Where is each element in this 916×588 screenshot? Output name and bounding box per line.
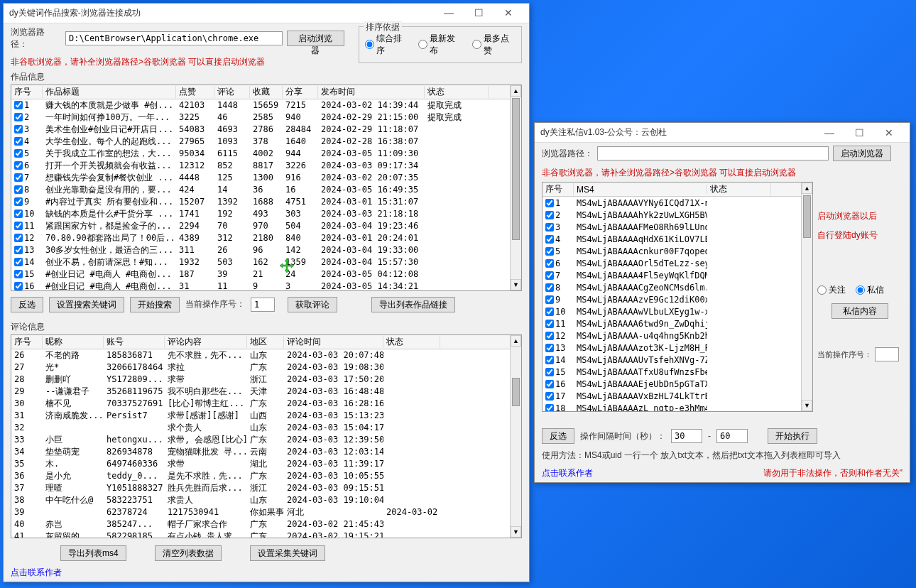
get-comments-button[interactable]: 获取评论: [288, 297, 337, 312]
row-checkbox[interactable]: [545, 247, 554, 256]
works-scrollbar[interactable]: ▲ ▼: [510, 85, 521, 290]
column-header[interactable]: 序号: [11, 86, 43, 98]
maximize-button[interactable]: ☐: [844, 124, 874, 141]
table-row[interactable]: 1赚大钱的本质就是少做事 #创...4210314481565972152024…: [11, 99, 510, 111]
column-header[interactable]: 账号: [104, 336, 165, 348]
sort-radio-1[interactable]: 最新发布: [418, 33, 462, 57]
sort-radio-0[interactable]: 综合排序: [365, 33, 408, 57]
close-button[interactable]: ✕: [494, 4, 523, 21]
column-header[interactable]: 点赞: [176, 86, 214, 98]
column-header[interactable]: MS4: [574, 185, 707, 195]
column-header[interactable]: 评论内容: [165, 336, 247, 348]
column-header[interactable]: 状态: [425, 86, 489, 98]
start-exec-button[interactable]: 开始执行: [768, 428, 817, 444]
table-row[interactable]: 4大学生创业。每个人的起跑线...27965109337816402024-02…: [11, 136, 510, 148]
table-row[interactable]: 14MS4wLjABAAAAUvTsfehXNVg-7Z...: [542, 354, 801, 366]
works-table-header[interactable]: 序号作品标题点赞评论收藏分享发布时间状态: [11, 85, 510, 99]
column-header[interactable]: 分享: [283, 86, 318, 98]
maximize-button[interactable]: ☐: [464, 4, 494, 21]
row-checkbox[interactable]: [14, 258, 23, 266]
column-header[interactable]: 地区: [247, 336, 284, 348]
row-checkbox[interactable]: [14, 270, 23, 278]
set-collect-keyword-button[interactable]: 设置采集关键词: [250, 545, 325, 561]
browser-path-input[interactable]: [597, 146, 829, 160]
column-header[interactable]: 发布时间: [318, 86, 425, 98]
table-row[interactable]: 9MS4wLjABAAAAzvE9Gc12diK00x...: [542, 293, 801, 305]
table-row[interactable]: 3MS4wLjABAAAAFMeO8Rh69lLUnd...: [542, 221, 801, 233]
table-row[interactable]: 31济南咸脆发...Persist7求带[感谢][感谢]山西2024-03-03…: [11, 410, 510, 422]
row-checkbox[interactable]: [545, 320, 554, 328]
row-checkbox[interactable]: [545, 295, 554, 304]
row-checkbox[interactable]: [14, 222, 23, 230]
ms4-table-header[interactable]: 序号MS4状态: [542, 183, 801, 197]
row-checkbox[interactable]: [545, 368, 554, 376]
start-browser-button[interactable]: 启动浏览器: [833, 146, 891, 161]
table-row[interactable]: 12MS4wLjABAAAA-u4q4hng5Knb2h...: [542, 330, 801, 342]
scroll-up-icon[interactable]: ▲: [511, 335, 521, 347]
row-checkbox[interactable]: [14, 282, 23, 290]
row-checkbox[interactable]: [545, 235, 554, 244]
row-checkbox[interactable]: [545, 259, 554, 268]
table-row[interactable]: 15MS4wLjABAAAATfxU8ufWnzsFbe...: [542, 366, 801, 378]
table-row[interactable]: 15#创业日记 #电商人 #电商创...1873921242024-03-05 …: [11, 268, 510, 281]
table-row[interactable]: 7想赚钱先学会复制#餐饮创业 ...444812513009162024-03-…: [11, 172, 510, 184]
export-links-button[interactable]: 导出列表作品链接: [371, 297, 455, 312]
column-header[interactable]: 作品标题: [43, 86, 176, 98]
table-row[interactable]: 36是小允teddy_0...是先不求胜，先...广东2024-03-03 10…: [11, 470, 510, 482]
table-row[interactable]: 1270.80.90都套路出局了！00后...43893122180840202…: [11, 232, 510, 244]
titlebar[interactable]: dy关键词作品搜索-浏览器连接成功 — ☐ ✕: [4, 4, 529, 23]
row-checkbox[interactable]: [14, 101, 23, 109]
scroll-up-icon[interactable]: ▲: [802, 183, 812, 194]
column-header[interactable]: 序号: [11, 336, 43, 348]
table-row[interactable]: 33小巨hetongxu...求带, 会感恩[比心]广东2024-03-03 1…: [11, 434, 510, 446]
column-header[interactable]: 昵称: [43, 336, 104, 348]
row-checkbox[interactable]: [14, 234, 23, 242]
column-header[interactable]: 评论: [214, 86, 250, 98]
dm-content-button[interactable]: 私信内容: [832, 303, 888, 319]
scroll-down-icon[interactable]: ▼: [511, 526, 521, 538]
table-row[interactable]: 18MS4wLjABAAAAzL_ngtp-e3hMm4...: [542, 402, 801, 411]
table-row[interactable]: 9#内容过于真实 所有要创业和...152071392168847512024-…: [11, 196, 510, 208]
row-checkbox[interactable]: [545, 344, 554, 352]
row-checkbox[interactable]: [14, 137, 23, 146]
table-row[interactable]: 5MS4wLjABAAAAcnkur00F7qopeq...: [542, 245, 801, 257]
table-row[interactable]: 7MS4wLjABAAAA4Fl5eyWqKlfDQM...: [542, 269, 801, 281]
table-row[interactable]: 14创业不易，创前请深思！#知...193250316213592024-03-…: [11, 256, 510, 268]
row-checkbox[interactable]: [545, 199, 554, 207]
row-checkbox[interactable]: [14, 246, 23, 254]
table-row[interactable]: 1330多岁女性创业，最适合的三...31126961422024-03-04 …: [11, 244, 510, 256]
row-checkbox[interactable]: [14, 113, 23, 121]
row-checkbox[interactable]: [545, 283, 554, 292]
table-row[interactable]: 8MS4wLjABAAAACgZeoNCMsd6lm...: [542, 281, 801, 293]
row-checkbox[interactable]: [14, 161, 23, 170]
column-header[interactable]: 评论时间: [284, 336, 383, 348]
row-checkbox[interactable]: [545, 392, 554, 401]
radio-follow[interactable]: 关注: [817, 284, 846, 296]
minimize-button[interactable]: —: [814, 124, 844, 141]
invert-select-button[interactable]: 反选: [542, 428, 574, 444]
cur-op-input[interactable]: [251, 298, 275, 312]
table-row[interactable]: 27光*32066178464求拉广东2024-03-03 19:08:30: [11, 361, 510, 374]
interval-max-input[interactable]: [716, 429, 748, 443]
table-row[interactable]: 32求个贵人山东2024-03-03 15:04:17: [11, 422, 510, 434]
comments-table-header[interactable]: 序号昵称账号评论内容地区评论时间状态: [11, 335, 510, 349]
export-ms4-button[interactable]: 导出列表ms4: [60, 545, 126, 561]
table-row[interactable]: 26不老的路185836871先不求胜，先不...山东2024-03-03 20…: [11, 349, 510, 361]
table-row[interactable]: 1MS4wLjABAAAAVYNy6ICQd71X-n...: [542, 197, 801, 209]
row-checkbox[interactable]: [545, 307, 554, 316]
column-header[interactable]: 状态: [383, 336, 440, 348]
set-keyword-button[interactable]: 设置搜索关键词: [49, 297, 124, 312]
table-row[interactable]: 6打开一个开关视频就会有收益...12312852881732262024-03…: [11, 160, 510, 172]
row-checkbox[interactable]: [14, 149, 23, 158]
table-row[interactable]: 16#创业日记 #电商人 #电商创...3111932024-03-05 14:…: [11, 281, 510, 290]
table-row[interactable]: 13MS4wLjABAAAAzot3K-LjzM8H_P...: [542, 342, 801, 354]
table-row[interactable]: 35木.6497460336求带湖北2024-03-03 11:39:17: [11, 458, 510, 470]
row-checkbox[interactable]: [545, 404, 554, 412]
radio-dm[interactable]: 私信: [856, 284, 884, 296]
column-header[interactable]: 收藏: [250, 86, 283, 98]
contact-author-link[interactable]: 点击联系作者: [11, 567, 62, 579]
start-browser-button[interactable]: 启动浏览器: [287, 31, 344, 46]
scroll-up-icon[interactable]: ▲: [511, 85, 521, 97]
ms4-scrollbar[interactable]: ▲ ▼: [801, 183, 812, 411]
row-checkbox[interactable]: [14, 173, 23, 182]
